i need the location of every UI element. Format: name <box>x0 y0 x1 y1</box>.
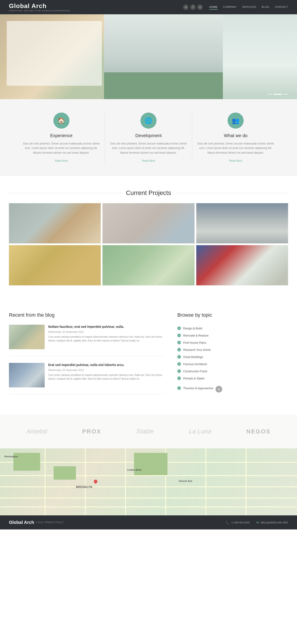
projects-section: Current Projects <box>0 176 297 299</box>
hero-center-panel <box>104 14 223 99</box>
sidebar-item-label-4: Research Your Home <box>183 348 211 352</box>
partner-negos: NEGOS <box>246 428 271 435</box>
feature-development-desc: Duis ultr icies pharetra. Donec accuan m… <box>110 141 187 155</box>
map-marker <box>93 479 98 484</box>
nav-services[interactable]: SERVICES <box>242 5 256 10</box>
project-grid <box>9 203 288 286</box>
social-icons: ✦ f v <box>183 4 203 10</box>
feature-development-title: Development <box>110 133 187 138</box>
project-thumb-6[interactable] <box>196 245 288 286</box>
map-road-v2 <box>85 448 86 516</box>
blog-post-2: Erat sed imperdiet pulvinar, nulla nisl … <box>9 363 164 394</box>
nav-company[interactable]: COMPANY <box>223 5 237 10</box>
feature-development-link[interactable]: Read More <box>142 159 155 162</box>
sidebar-title: Browse by topic <box>177 312 288 318</box>
hero-indicators <box>268 94 288 95</box>
sidebar-item-construction-facts[interactable]: Construction Facts <box>177 368 288 375</box>
sidebar-bullet-3 <box>177 341 181 344</box>
footer-email: MAIL@DEMOLINK.ORG <box>261 521 288 524</box>
feature-experience-title: Experience <box>22 133 100 138</box>
blog-title: Recent from the blog <box>9 312 164 318</box>
feature-whatwedo-title: What we do <box>197 133 275 138</box>
hero-left-panel <box>0 14 104 99</box>
sidebar-item-theories[interactable]: Theories & Approaches ▲ <box>177 382 288 394</box>
hero-dot-3 <box>284 94 288 95</box>
sidebar-item-label-7: Construction Facts <box>183 370 207 373</box>
partners-section: Ametist PROX Stable La Luna NEGOS <box>0 414 297 448</box>
blog-thumb-2[interactable] <box>9 363 45 388</box>
project-thumb-1[interactable] <box>9 203 101 244</box>
email-icon: ✉ <box>256 521 259 524</box>
logo-title: Global Arch <box>9 2 70 10</box>
feature-whatwedo: 👥 What we do Duis ultr icies pharetra. D… <box>192 112 279 162</box>
main-nav: HOME COMPANY SERVICES BLOG CONTACT <box>210 5 288 10</box>
sidebar-item-great-buildings[interactable]: Great Buildings <box>177 353 288 360</box>
sidebar-item-famous-architects[interactable]: Famous Architects <box>177 360 288 368</box>
projects-title-wrap: Current Projects <box>9 189 288 196</box>
feature-experience-link[interactable]: Read More <box>55 159 68 162</box>
hero-inner <box>0 14 297 99</box>
features-section: 🏠 Experience Duis ultr icies pharetra. D… <box>0 99 297 176</box>
development-icon: 🌐 <box>140 112 156 128</box>
footer-contact: 📞 +1 800 603 6035 ✉ MAIL@DEMOLINK.ORG <box>226 521 288 524</box>
sidebar-bullet-4 <box>177 348 181 352</box>
blog-thumb-1[interactable] <box>9 325 45 349</box>
blog-post-2-content: Erat sed imperdiet pulvinar, nulla nisl … <box>48 363 164 388</box>
vimeo-icon[interactable]: v <box>198 4 203 10</box>
sidebar-item-label-1: Design & Build <box>183 327 202 330</box>
hero-dot-2 <box>273 94 282 95</box>
footer-phone: +1 800 603 6035 <box>231 521 250 524</box>
feature-experience: 🏠 Experience Duis ultr icies pharetra. D… <box>18 112 105 162</box>
nav-home[interactable]: HOME <box>210 5 218 10</box>
hero-section <box>0 14 297 99</box>
nav-contact[interactable]: CONTACT <box>275 5 288 10</box>
footer-copy: © 2014 • PRIVACY POLICY <box>36 521 64 524</box>
feature-whatwedo-link[interactable]: Read More <box>229 159 242 162</box>
partner-ametist: Ametist <box>26 428 47 435</box>
map-green-3 <box>134 453 168 475</box>
project-thumb-3[interactable] <box>196 203 288 244</box>
map-kensington-label: Kensington <box>4 455 18 458</box>
map-linden-label: Linden Blvd <box>127 468 141 471</box>
blog-sidebar: Browse by topic Design & Build Remodel &… <box>177 312 288 401</box>
sidebar-item-remodel[interactable]: Remodel & Restore <box>177 332 288 339</box>
projects-title: Current Projects <box>122 189 176 196</box>
map-road-v3 <box>125 448 126 516</box>
map-church-label: Church Ave <box>179 480 192 482</box>
map-green-2 <box>54 466 76 480</box>
sidebar-bullet-9 <box>177 386 181 390</box>
header: Global Arch CREATING SPACES FOR HUMAN EX… <box>0 0 297 14</box>
hero-right-panel <box>223 14 297 99</box>
feature-whatwedo-desc: Duis ultr icies pharetra. Donec accuan m… <box>197 141 275 155</box>
blog-post-1-title[interactable]: Nullam faucibus; erat sed imperdiet pulv… <box>48 325 164 329</box>
sidebar-item-label-6: Famous Architects <box>183 362 207 366</box>
sidebar-item-label-9: Theories & Approaches <box>183 386 213 390</box>
project-thumb-5[interactable] <box>102 245 194 286</box>
sidebar-bullet-8 <box>177 376 181 380</box>
whatwedo-icon: 👥 <box>228 112 244 128</box>
partner-stable: Stable <box>136 428 154 435</box>
blog-post-2-title[interactable]: Erat sed imperdiet pulvinar, nulla nisl … <box>48 363 164 367</box>
project-thumb-2[interactable] <box>102 203 194 244</box>
sidebar-list: Design & Build Remodel & Restore Find Ho… <box>177 325 288 394</box>
blog-post-1: Nullam faucibus; erat sed imperdiet pulv… <box>9 325 164 356</box>
sidebar-item-periods-styles[interactable]: Periods & Styles <box>177 375 288 382</box>
partner-prox: PROX <box>82 428 102 435</box>
facebook-icon[interactable]: f <box>190 4 196 10</box>
logo-area: Global Arch CREATING SPACES FOR HUMAN EX… <box>9 2 70 12</box>
map-road-v6 <box>246 448 246 516</box>
scroll-top-button[interactable]: ▲ <box>216 386 222 392</box>
sidebar-item-design-build[interactable]: Design & Build <box>177 325 288 332</box>
blog-post-2-date: Wednesday, 26 September 2012 <box>48 369 164 371</box>
sidebar-item-label-8: Periods & Styles <box>183 377 204 380</box>
twitter-icon[interactable]: ✦ <box>183 4 188 10</box>
nav-blog[interactable]: BLOG <box>262 5 270 10</box>
blog-post-1-excerpt: Cum sociis natoque penatibus et magnis d… <box>48 335 164 343</box>
sidebar-bullet-5 <box>177 355 181 358</box>
sidebar-item-find-house-plans[interactable]: Find House Plans <box>177 339 288 346</box>
feature-experience-desc: Duis ultr icies pharetra. Donec accuan m… <box>22 141 100 155</box>
sidebar-item-label-3: Find House Plans <box>183 341 206 344</box>
project-thumb-4[interactable] <box>9 245 101 286</box>
footer-phone-item: 📞 +1 800 603 6035 <box>226 521 250 524</box>
sidebar-item-research-home[interactable]: Research Your Home <box>177 346 288 353</box>
